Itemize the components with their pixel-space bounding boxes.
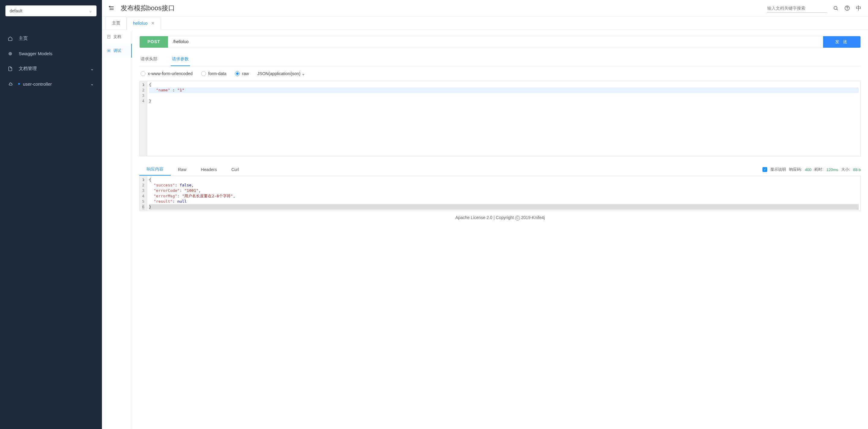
http-method[interactable]: POST (140, 36, 168, 48)
nav-label: Swagger Models (19, 51, 53, 56)
models-icon (8, 51, 14, 56)
nav-swagger-models[interactable]: Swagger Models (0, 46, 102, 61)
search-input[interactable] (767, 4, 827, 13)
radio-label: raw (242, 71, 249, 76)
radio-formdata[interactable]: form-data (201, 71, 226, 76)
chevron-down-icon: ⌄ (90, 66, 94, 71)
chevron-down-icon: ⌄ (302, 71, 305, 76)
api-group-select[interactable]: default ⌄ (5, 5, 96, 16)
send-button[interactable]: 发 送 (823, 36, 861, 48)
nav-home[interactable]: 主页 (0, 31, 102, 46)
tabs-bar: 主页 helloluo ✕ (102, 17, 868, 30)
request-body-editor[interactable]: 1234 { "name" : "1" } (140, 81, 861, 156)
sidebar: default ⌄ 主页 Swagger Models 文 (0, 0, 102, 429)
svg-line-18 (110, 52, 111, 52)
resp-tab-raw[interactable]: Raw (171, 164, 194, 175)
radio-icon (235, 71, 240, 76)
status-label: 响应码: (789, 167, 802, 172)
request-url[interactable]: /helloluo (168, 36, 823, 48)
nav-user-controller[interactable]: user-controller ⌄ (0, 76, 102, 91)
chevron-down-icon: ⌄ (90, 81, 94, 87)
tab-label: 主页 (112, 21, 120, 25)
active-dot-icon (18, 83, 20, 85)
content-type-label: JSON(application/json) (257, 71, 300, 76)
svg-line-5 (837, 9, 838, 10)
size-value: 88 b (853, 167, 861, 172)
help-icon[interactable] (844, 5, 850, 11)
status-value: 400 (805, 167, 812, 172)
resp-tab-headers[interactable]: Headers (194, 164, 224, 175)
svg-point-11 (108, 50, 110, 52)
radio-urlencoded[interactable]: x-www-form-urlencoded (141, 71, 193, 76)
tab-home[interactable]: 主页 (105, 17, 127, 30)
rail-doc[interactable]: 文档 (102, 30, 132, 44)
radio-raw[interactable]: raw (235, 71, 249, 76)
cloud-icon (8, 82, 14, 86)
nav-label: 文档管理 (19, 66, 37, 71)
show-desc-label: 显示说明 (770, 167, 786, 172)
docs-icon (8, 66, 14, 71)
svg-line-13 (107, 50, 108, 50)
tab-helloluo[interactable]: helloluo ✕ (127, 17, 161, 30)
svg-line-14 (110, 50, 111, 50)
language-toggle[interactable]: 中 (856, 4, 861, 12)
radio-icon (201, 71, 206, 76)
search-icon[interactable] (833, 5, 838, 11)
size-label: 大小: (841, 167, 850, 172)
show-desc-checkbox[interactable]: ✓ (763, 167, 767, 172)
rail-label: 调试 (114, 48, 121, 53)
footer-text: Apache License 2.0 | Copyright C 2019-Kn… (456, 215, 545, 220)
rail-label: 文档 (114, 34, 121, 39)
chevron-down-icon: ⌄ (89, 8, 92, 13)
rail-debug[interactable]: 调试 (102, 44, 132, 58)
document-icon (107, 35, 111, 39)
detail-rail: 文档 调试 (102, 30, 132, 429)
radio-label: form-data (208, 71, 226, 76)
subtab-params[interactable]: 请求参数 (171, 53, 190, 66)
nav-doc-manage[interactable]: 文档管理 ⌄ (0, 61, 102, 76)
svg-line-17 (107, 52, 108, 52)
tab-label: helloluo (133, 21, 148, 26)
content-type-select[interactable]: JSON(application/json) ⌄ (257, 71, 305, 76)
svg-point-7 (847, 9, 847, 9)
home-icon (8, 36, 14, 41)
resp-tab-content[interactable]: 响应内容 (140, 163, 171, 176)
svg-point-4 (834, 6, 837, 10)
bug-icon (107, 49, 111, 53)
line-gutter: 123456 (140, 176, 147, 211)
line-gutter: 1234 (140, 81, 147, 156)
radio-icon (141, 71, 145, 76)
request-bar: POST /helloluo 发 送 (140, 36, 861, 48)
svg-point-0 (10, 53, 11, 54)
radio-label: x-www-form-urlencoded (148, 71, 193, 76)
menu-toggle-icon[interactable] (108, 5, 115, 11)
header: 发布模拟boos接口 中 (102, 0, 868, 17)
page-title: 发布模拟boos接口 (121, 4, 175, 13)
footer: Apache License 2.0 | Copyright C 2019-Kn… (140, 211, 861, 225)
nav-label: 主页 (19, 36, 28, 41)
api-group-value: default (10, 8, 22, 13)
time-label: 耗时: (814, 167, 824, 172)
time-value: 120ms (826, 167, 838, 172)
resp-tab-curl[interactable]: Curl (224, 164, 246, 175)
subtab-headers[interactable]: 请求头部 (140, 53, 159, 66)
response-body-viewer[interactable]: 123456 { "success": false, "errorCode": … (140, 176, 861, 211)
close-icon[interactable]: ✕ (151, 21, 155, 26)
nav-label: user-controller (23, 82, 52, 87)
